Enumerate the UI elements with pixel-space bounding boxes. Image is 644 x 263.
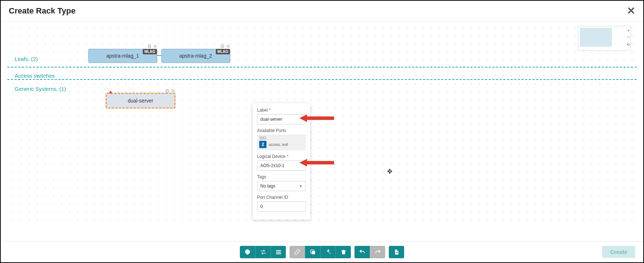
section-divider bbox=[7, 67, 637, 67]
port-channel-id-label: Port Channel ID bbox=[257, 195, 306, 200]
leaf-node-label: apstra-mlag_2 bbox=[179, 53, 212, 59]
section-leafs-label[interactable]: Leafs, (2) bbox=[15, 56, 38, 62]
delete-icon[interactable]: ✕ bbox=[171, 88, 175, 94]
leaf-node-2[interactable]: ⚙ ✕ apstra-mlag_2 MLAG bbox=[161, 49, 230, 63]
toolbar-group-history bbox=[354, 246, 385, 258]
zoom-reset-icon[interactable]: ⟲ bbox=[626, 42, 630, 47]
section-generic-label[interactable]: Generic Systems, (1) bbox=[15, 86, 66, 92]
copy-button[interactable] bbox=[305, 246, 320, 258]
create-button[interactable]: Create bbox=[602, 246, 635, 258]
leaf-node-label: apstra-mlag_1 bbox=[106, 53, 139, 59]
document-button[interactable] bbox=[389, 246, 404, 258]
page-title: Create Rack Type bbox=[9, 6, 76, 16]
annotation-arrow bbox=[299, 113, 334, 123]
port-tags: access, leaf bbox=[269, 143, 288, 147]
delete-button[interactable] bbox=[336, 246, 351, 258]
label-field-label: Label * bbox=[257, 108, 306, 113]
warning-icon: ▲ bbox=[108, 89, 113, 94]
section-divider bbox=[7, 79, 637, 80]
generic-node-label: dual-server bbox=[128, 98, 153, 104]
settings-button[interactable] bbox=[320, 246, 336, 258]
gear-icon[interactable]: ⚙ bbox=[165, 88, 170, 94]
tags-dropdown[interactable]: No tags ▼ bbox=[257, 181, 306, 191]
available-ports-box: 10G 2 access, leaf bbox=[257, 135, 306, 150]
tags-placeholder: No tags bbox=[260, 183, 275, 189]
leaf-node-1[interactable]: ⚙ ✕ apstra-mlag_1 MLAG bbox=[88, 49, 157, 63]
redo-button[interactable] bbox=[370, 246, 385, 258]
available-ports-label: Available Ports bbox=[257, 128, 306, 133]
label-input[interactable] bbox=[257, 114, 306, 124]
svg-rect-7 bbox=[396, 252, 398, 252]
add-link-button[interactable] bbox=[255, 246, 271, 258]
leaf-link bbox=[157, 55, 161, 56]
port-channel-id-input[interactable] bbox=[257, 201, 306, 212]
chevron-down-icon: ▼ bbox=[299, 184, 303, 188]
close-icon[interactable]: ✕ bbox=[627, 6, 635, 16]
zoom-out-icon[interactable]: − bbox=[627, 34, 630, 40]
add-leaf-button[interactable] bbox=[240, 246, 255, 258]
zoom-in-icon[interactable]: + bbox=[627, 28, 630, 33]
toolbar-group-doc bbox=[389, 246, 404, 258]
topology-canvas[interactable]: + − ⟲ Leafs, (2) Access switches Generic… bbox=[7, 22, 637, 228]
add-list-button[interactable] bbox=[271, 246, 286, 258]
section-access-label[interactable]: Access switches bbox=[15, 73, 55, 79]
logical-device-input[interactable] bbox=[257, 160, 306, 171]
svg-marker-0 bbox=[299, 115, 334, 122]
svg-rect-3 bbox=[276, 252, 281, 252]
generic-node-selected[interactable]: ▲ ⚙ ✕ dual-server bbox=[106, 93, 175, 108]
toolbar-group-edit bbox=[290, 246, 351, 258]
annotation-arrow bbox=[299, 158, 334, 167]
minimap-viewport bbox=[580, 28, 612, 47]
port-count-badge: 2 bbox=[259, 141, 267, 148]
move-cursor-icon: ✥ bbox=[387, 167, 392, 175]
svg-rect-5 bbox=[312, 251, 315, 254]
svg-rect-2 bbox=[276, 250, 281, 251]
svg-rect-4 bbox=[276, 253, 281, 254]
tags-label: Tags bbox=[257, 174, 306, 179]
minimap[interactable]: + − ⟲ bbox=[578, 26, 631, 51]
gear-icon[interactable]: ⚙ bbox=[147, 43, 152, 49]
delete-icon[interactable]: ✕ bbox=[153, 43, 157, 49]
port-speed: 10G bbox=[259, 136, 304, 140]
delete-icon[interactable]: ✕ bbox=[226, 43, 230, 49]
toolbar-footer: Create bbox=[1, 241, 643, 262]
undo-button[interactable] bbox=[354, 246, 370, 258]
gear-icon[interactable]: ⚙ bbox=[220, 43, 225, 49]
svg-rect-8 bbox=[396, 253, 398, 253]
svg-marker-1 bbox=[299, 159, 334, 167]
toolbar-group-add bbox=[240, 246, 286, 258]
mlag-badge: MLAG bbox=[216, 49, 230, 54]
attach-button[interactable] bbox=[290, 246, 305, 258]
mlag-badge: MLAG bbox=[143, 49, 157, 54]
logical-device-label: Logical Device * bbox=[257, 154, 306, 159]
